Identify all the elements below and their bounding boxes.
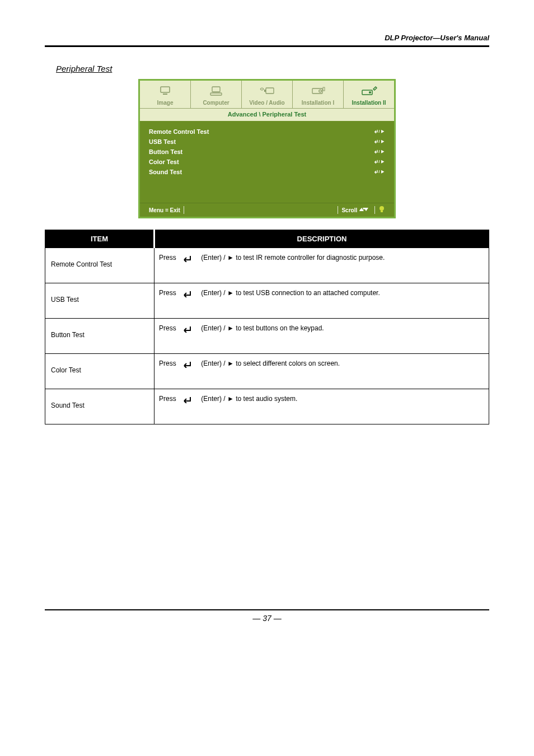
cell-desc: Press (Enter) / ► to select different co…: [154, 354, 489, 389]
cell-item: Color Test: [45, 354, 154, 389]
osd-tab-label: Installation II: [345, 100, 393, 106]
divider: [338, 206, 338, 214]
computer-icon: [192, 84, 240, 99]
section-title: Peripheral Test: [56, 64, 489, 73]
osd-tab-image[interactable]: Image: [140, 81, 191, 108]
scroll-updown-icon: [359, 207, 371, 212]
divider: [184, 206, 184, 214]
product-title: DLP Projector—User's Manual: [45, 34, 489, 42]
osd-tab-label: Installation I: [294, 100, 342, 106]
monitor-icon: [141, 84, 189, 99]
osd-row-sound[interactable]: Sound Test /: [149, 167, 385, 177]
cell-desc: Press (Enter) / ► to test IR remote cont…: [154, 248, 489, 283]
cell-item: Button Test: [45, 319, 154, 354]
install2-icon: [345, 84, 393, 99]
osd-row-label: Sound Test: [149, 169, 182, 175]
osd-footer: Menu = Exit Scroll: [140, 203, 394, 217]
osd-row-remote[interactable]: Remote Control Test /: [149, 127, 385, 137]
svg-point-10: [369, 91, 371, 94]
cell-item: Remote Control Test: [45, 248, 154, 283]
osd-breadcrumb: Advanced \ Peripheral Test: [140, 108, 394, 121]
enter-play-icon: /: [371, 138, 385, 146]
osd-footer-right: Scroll: [338, 207, 374, 213]
enter-key-icon: [180, 324, 197, 333]
svg-rect-1: [163, 94, 167, 95]
osd-body: Remote Control Test / USB Test / Button …: [140, 121, 394, 203]
svg-point-16: [380, 206, 384, 211]
osd-tab-video-audio[interactable]: Video / Audio: [242, 81, 293, 108]
bulb-icon: [375, 206, 388, 214]
svg-text:/: /: [378, 170, 380, 174]
svg-point-7: [319, 90, 321, 92]
info-table: ITEM DESCRIPTION Remote Control Test Pre…: [45, 230, 489, 424]
osd-row-label: Remote Control Test: [149, 128, 209, 135]
enter-key-icon: [180, 289, 197, 297]
osd-tab-label: Image: [141, 100, 189, 106]
cell-desc: Press (Enter) / ► to test buttons on the…: [154, 319, 489, 354]
cell-item: Sound Test: [45, 389, 154, 424]
svg-rect-2: [212, 87, 220, 92]
osd-screenshot: Image Computer Video / Audio: [45, 79, 489, 218]
th-description: DESCRIPTION: [154, 230, 489, 248]
osd-row-label: Color Test: [149, 158, 179, 165]
osd-row-usb[interactable]: USB Test /: [149, 137, 385, 147]
video-audio-icon: [243, 84, 291, 99]
install1-icon: [294, 84, 342, 99]
enter-key-icon: [180, 360, 197, 368]
osd-row-button[interactable]: Button Test /: [149, 147, 385, 157]
table-row: Sound Test Press (Enter) / ► to test aud…: [45, 389, 489, 424]
svg-rect-8: [323, 87, 325, 91]
enter-key-icon: [180, 254, 197, 262]
osd-tab-label: Video / Audio: [243, 100, 291, 106]
osd-tabs: Image Computer Video / Audio: [140, 81, 394, 108]
table-row: Color Test Press (Enter) / ► to select d…: [45, 354, 489, 389]
svg-text:/: /: [378, 150, 380, 153]
enter-play-icon: /: [371, 168, 385, 176]
osd-tab-computer[interactable]: Computer: [191, 81, 242, 108]
osd-row-label: Button Test: [149, 148, 182, 155]
svg-rect-3: [210, 93, 222, 95]
svg-text:/: /: [378, 129, 380, 133]
osd-tab-installation2[interactable]: Installation II: [344, 81, 394, 108]
svg-text:/: /: [378, 160, 380, 164]
table-row: Button Test Press (Enter) / ► to test bu…: [45, 319, 489, 354]
table-row: Remote Control Test Press (Enter) / ► to…: [45, 248, 489, 283]
enter-play-icon: /: [371, 158, 385, 166]
svg-rect-6: [312, 88, 322, 94]
cell-desc: Press (Enter) / ► to test audio system.: [154, 389, 489, 424]
svg-rect-0: [161, 87, 170, 92]
enter-play-icon: /: [371, 128, 385, 136]
page-number: — 37 —: [45, 614, 489, 623]
svg-rect-4: [266, 88, 274, 94]
osd-row-label: USB Test: [149, 138, 176, 145]
divider: [374, 206, 375, 214]
table-row: USB Test Press (Enter) / ► to test USB c…: [45, 283, 489, 319]
svg-text:/: /: [378, 139, 380, 143]
osd-tab-label: Computer: [192, 100, 240, 106]
enter-play-icon: /: [371, 148, 385, 156]
th-item: ITEM: [45, 230, 154, 248]
osd-footer-left: Menu = Exit: [146, 207, 184, 213]
osd-row-color[interactable]: Color Test /: [149, 157, 385, 167]
rule-bottom: [45, 609, 489, 610]
cell-item: USB Test: [45, 283, 154, 319]
enter-key-icon: [180, 395, 197, 403]
cell-desc: Press (Enter) / ► to test USB connection…: [154, 283, 489, 319]
svg-rect-5: [264, 90, 266, 92]
svg-rect-17: [381, 211, 383, 212]
rule-top: [45, 45, 489, 47]
osd-tab-installation1[interactable]: Installation I: [293, 81, 344, 108]
